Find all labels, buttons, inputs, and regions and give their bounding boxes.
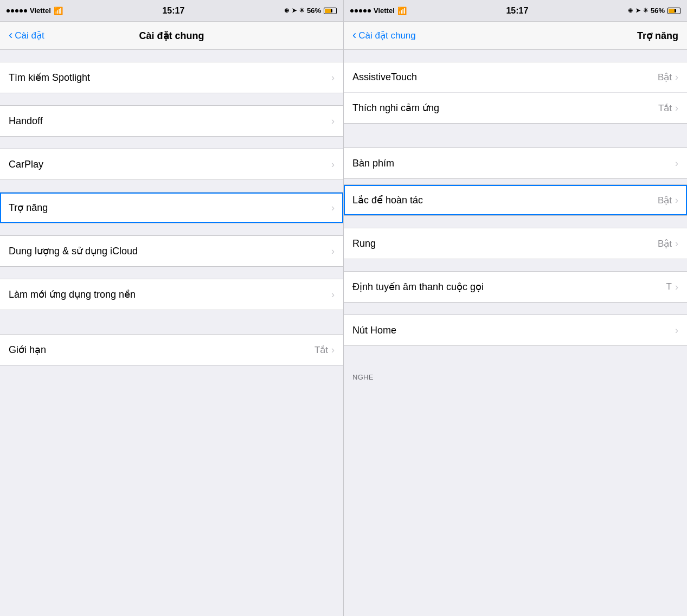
list-item-lammoi[interactable]: Làm mới ứng dụng trong nền › <box>0 279 343 310</box>
carplay-label: CarPlay <box>9 159 43 170</box>
rung-right: Bật › <box>658 238 678 249</box>
signal-dot-5 <box>24 9 27 12</box>
right-status-left: Viettel 📶 <box>350 7 407 15</box>
list-item-dunluong[interactable]: Dung lượng & sử dụng iCloud › <box>0 236 343 266</box>
left-back-button[interactable]: ‹ Cài đặt <box>9 30 44 41</box>
list-item-gioihan[interactable]: Giới hạn Tắt › <box>0 335 343 365</box>
left-nav-bar: ‹ Cài đặt Cài đặt chung <box>0 22 343 49</box>
signal-dot-3 <box>15 9 18 12</box>
right-panel-bottom <box>344 383 687 394</box>
right-battery-icon <box>667 8 680 14</box>
left-spacer-6 <box>0 310 343 322</box>
right-battery-pct: 56% <box>651 7 665 15</box>
left-battery-fill <box>325 9 331 13</box>
right-spacer-6 <box>344 346 687 358</box>
rung-label: Rung <box>352 238 376 249</box>
right-carrier: Viettel <box>374 7 395 15</box>
left-nav-title: Cài đặt chung <box>139 30 204 42</box>
carplay-chevron-icon: › <box>331 159 335 170</box>
left-section-dunluong: Dung lượng & sử dụng iCloud › <box>0 235 343 267</box>
right-status-right: ⊕ ➤ ✳ 56% <box>628 7 680 15</box>
right-spacer-1b <box>344 136 687 147</box>
right-section-lac: Lắc để hoàn tác Bật › <box>344 184 687 216</box>
left-status-left: Viettel 📶 <box>7 7 63 15</box>
signal-dot-1 <box>7 9 10 12</box>
handoff-label: Handoff <box>9 116 43 127</box>
banphim-label: Bàn phím <box>352 158 394 169</box>
thichnghi-label: Thích nghi cảm ứng <box>352 102 439 114</box>
left-battery-icon <box>324 8 337 14</box>
lammoi-label: Làm mới ứng dụng trong nền <box>9 288 136 300</box>
handoff-right: › <box>331 116 335 127</box>
left-spacer-5 <box>0 267 343 279</box>
left-spacer-3 <box>0 180 343 192</box>
gioihan-label: Giới hạn <box>9 344 46 356</box>
left-back-chevron-icon: ‹ <box>9 29 12 41</box>
right-nav-title: Trợ năng <box>637 30 678 42</box>
assistivetouch-value: Bật <box>658 72 672 83</box>
list-item-banphim[interactable]: Bàn phím › <box>344 148 687 178</box>
right-signal-dot-5 <box>368 9 371 12</box>
left-section-carplay: CarPlay › <box>0 149 343 180</box>
right-signal-dot-1 <box>350 9 354 12</box>
list-item-carplay[interactable]: CarPlay › <box>0 149 343 179</box>
nuthome-chevron-icon: › <box>675 325 678 336</box>
left-battery-tip <box>331 9 332 12</box>
right-back-label[interactable]: Cài đặt chung <box>358 30 415 41</box>
right-nav-bar: ‹ Cài đặt chung Trợ năng <box>343 22 687 49</box>
left-time: 15:17 <box>162 6 184 16</box>
list-item-tronang[interactable]: Trợ năng › <box>0 193 343 223</box>
tronang-label: Trợ năng <box>9 202 48 214</box>
left-spacer-7 <box>0 322 343 334</box>
list-item-nuthome[interactable]: Nút Home › <box>344 315 687 345</box>
list-item-dinhtuyến[interactable]: Định tuyến âm thanh cuộc gọi T › <box>344 272 687 302</box>
right-status-bar: Viettel 📶 15:17 ⊕ ➤ ✳ 56% <box>343 0 687 22</box>
right-signal-dot-3 <box>359 9 362 12</box>
gioihan-right: Tắt › <box>314 344 335 356</box>
right-panel: AssistiveTouch Bật › Thích nghi cảm ứng … <box>343 50 687 616</box>
right-spacer-4 <box>344 259 687 271</box>
right-spacer-3 <box>344 216 687 228</box>
left-carrier: Viettel <box>30 7 51 15</box>
lac-value: Bật <box>658 195 672 206</box>
list-item-spotlight[interactable]: Tìm kiếm Spotlight › <box>0 62 343 93</box>
left-battery-pct: 56% <box>307 7 321 15</box>
thichnghi-right: Tắt › <box>658 102 678 114</box>
right-section-assistive: AssistiveTouch Bật › Thích nghi cảm ứng … <box>344 62 687 124</box>
list-item-handoff[interactable]: Handoff › <box>0 106 343 136</box>
list-item-assistivetouch[interactable]: AssistiveTouch Bật › <box>344 62 687 93</box>
right-section-bànphím: Bàn phím › <box>344 147 687 179</box>
assistivetouch-label: AssistiveTouch <box>352 72 417 83</box>
right-battery-fill <box>669 9 675 13</box>
left-signal <box>7 9 27 12</box>
left-back-label[interactable]: Cài đặt <box>15 30 44 41</box>
right-back-button[interactable]: ‹ Cài đặt chung <box>352 30 416 41</box>
tronang-chevron-icon: › <box>331 202 335 214</box>
banphim-right: › <box>675 158 678 169</box>
right-signal-dot-4 <box>363 9 367 12</box>
rung-chevron-icon: › <box>675 238 678 249</box>
lac-right: Bật › <box>658 195 678 206</box>
carplay-right: › <box>331 159 335 170</box>
left-spacer-bottom <box>0 365 343 377</box>
dinhtuyến-chevron-icon: › <box>675 281 678 293</box>
lammoi-chevron-icon: › <box>331 289 335 300</box>
spotlight-right: › <box>331 72 335 84</box>
left-section-lammoi: Làm mới ứng dụng trong nền › <box>0 279 343 310</box>
list-item-thichnghi[interactable]: Thích nghi cảm ứng Tắt › <box>344 93 687 123</box>
right-time: 15:17 <box>506 6 528 16</box>
list-item-rung[interactable]: Rung Bật › <box>344 228 687 259</box>
left-spacer-4 <box>0 223 343 235</box>
right-spacer-top <box>344 50 687 62</box>
right-battery-tip <box>675 9 676 12</box>
list-item-lac[interactable]: Lắc để hoàn tác Bật › <box>344 185 687 215</box>
spotlight-chevron-icon: › <box>331 72 335 84</box>
right-signal-dot-2 <box>355 9 358 12</box>
banphim-chevron-icon: › <box>675 158 678 169</box>
handoff-chevron-icon: › <box>331 116 335 127</box>
left-location-icon: ⊕ <box>284 7 289 14</box>
dunluong-right: › <box>331 246 335 257</box>
left-section-handoff: Handoff › <box>0 105 343 137</box>
left-spacer-1 <box>0 93 343 105</box>
dunluong-chevron-icon: › <box>331 246 335 257</box>
